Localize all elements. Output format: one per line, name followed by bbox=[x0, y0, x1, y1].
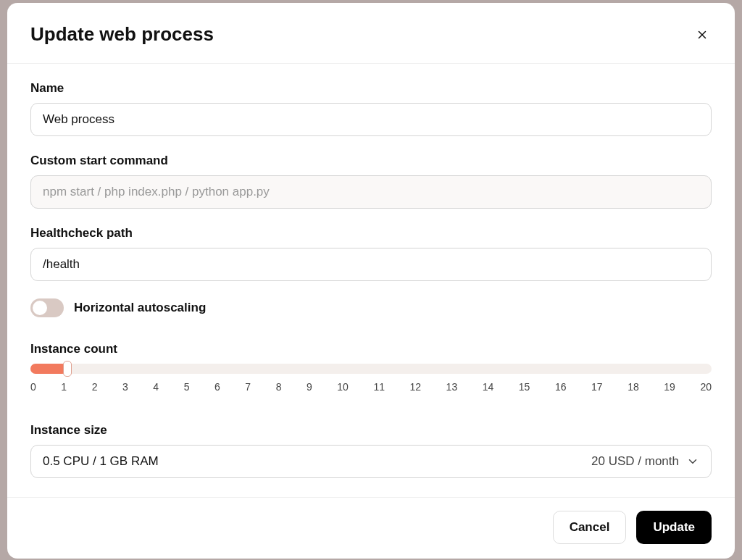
toggle-knob bbox=[33, 301, 47, 315]
healthcheck-field: Healthcheck path bbox=[30, 226, 712, 281]
instance-count-slider[interactable] bbox=[30, 364, 712, 374]
name-field: Name bbox=[30, 81, 712, 136]
tick-label: 13 bbox=[446, 381, 458, 393]
instance-size-selected: 0.5 CPU / 1 GB RAM bbox=[43, 454, 159, 469]
name-label: Name bbox=[30, 81, 712, 96]
slider-fill bbox=[30, 364, 67, 374]
autoscaling-row: Horizontal autoscaling bbox=[30, 298, 712, 317]
autoscaling-toggle[interactable] bbox=[30, 298, 64, 317]
tick-label: 8 bbox=[276, 381, 282, 393]
instance-count-label: Instance count bbox=[30, 342, 712, 356]
autoscaling-label: Horizontal autoscaling bbox=[74, 301, 206, 315]
cancel-button[interactable]: Cancel bbox=[553, 511, 627, 544]
modal-footer: Cancel Update bbox=[7, 497, 735, 559]
tick-label: 19 bbox=[664, 381, 675, 393]
instance-size-price: 20 USD / month bbox=[591, 454, 679, 469]
tick-label: 0 bbox=[30, 381, 36, 393]
tick-label: 16 bbox=[555, 381, 567, 393]
modal-header: Update web process bbox=[7, 3, 735, 64]
tick-label: 7 bbox=[245, 381, 251, 393]
chevron-down-icon bbox=[686, 455, 699, 468]
tick-label: 11 bbox=[373, 381, 385, 393]
custom-start-label: Custom start command bbox=[30, 154, 712, 168]
tick-label: 10 bbox=[337, 381, 349, 393]
tick-label: 9 bbox=[307, 381, 312, 393]
modal-title: Update web process bbox=[30, 23, 214, 46]
custom-start-input[interactable] bbox=[30, 175, 712, 209]
tick-label: 20 bbox=[700, 381, 712, 393]
update-button[interactable]: Update bbox=[636, 511, 712, 544]
instance-size-select[interactable]: 0.5 CPU / 1 GB RAM 20 USD / month bbox=[30, 445, 712, 478]
modal-body: Name Custom start command Healthcheck pa… bbox=[7, 64, 735, 497]
tick-label: 5 bbox=[184, 381, 190, 393]
close-icon bbox=[696, 28, 709, 41]
slider-ticks: 0 1 2 3 4 5 6 7 8 9 10 11 12 13 14 15 16… bbox=[30, 381, 712, 393]
tick-label: 18 bbox=[628, 381, 639, 393]
tick-label: 6 bbox=[214, 381, 220, 393]
instance-size-field: Instance size 0.5 CPU / 1 GB RAM 20 USD … bbox=[30, 423, 712, 478]
update-web-process-modal: Update web process Name Custom start com… bbox=[7, 3, 735, 559]
tick-label: 4 bbox=[153, 381, 159, 393]
tick-label: 15 bbox=[519, 381, 530, 393]
slider-thumb[interactable] bbox=[63, 361, 72, 377]
tick-label: 17 bbox=[591, 381, 603, 393]
instance-count-field: Instance count 0 1 2 3 4 5 6 7 8 9 10 11… bbox=[30, 342, 712, 393]
tick-label: 2 bbox=[92, 381, 98, 393]
instance-size-label: Instance size bbox=[30, 423, 712, 438]
tick-label: 14 bbox=[483, 381, 494, 393]
instance-size-price-wrap: 20 USD / month bbox=[591, 454, 699, 469]
tick-label: 3 bbox=[122, 381, 128, 393]
healthcheck-label: Healthcheck path bbox=[30, 226, 712, 241]
close-button[interactable] bbox=[693, 25, 712, 44]
tick-label: 12 bbox=[410, 381, 422, 393]
tick-label: 1 bbox=[61, 381, 67, 393]
healthcheck-input[interactable] bbox=[30, 248, 712, 281]
name-input[interactable] bbox=[30, 103, 712, 136]
custom-start-field: Custom start command bbox=[30, 154, 712, 209]
